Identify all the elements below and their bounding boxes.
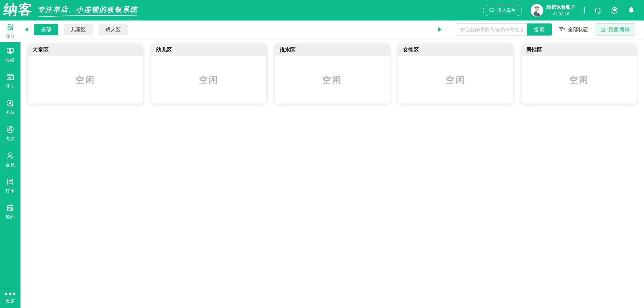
more-dots-icon [5,293,15,295]
cashier-icon [6,47,15,56]
sidebar-nav: 开台 收银 VIP 开卡 充值 [0,20,20,308]
tabs-scroll-left-arrow[interactable] [25,27,28,32]
recharge-icon [6,99,15,108]
sidebar-item-label: 订单 [6,188,15,194]
room-card-body: 空闲 [28,56,143,104]
room-title: 男性区 [522,44,637,56]
user-avatar-icon[interactable] [531,4,543,17]
room-title: 幼儿区 [151,44,266,56]
room-card[interactable]: 浅水区 空闲 [275,44,390,104]
customer-service-icon[interactable] [594,6,602,14]
tab-adult-area[interactable]: 成人区 [99,24,128,35]
sidebar-item-member[interactable]: 会员 [0,146,20,173]
app-tagline: 专注单店、小连锁的收银系统 [38,6,138,13]
sidebar-item-orders[interactable]: 订单 [0,173,20,199]
room-title: 浅水区 [275,44,390,56]
recharge-times-icon [6,125,15,134]
vip-card-icon: VIP [6,73,15,82]
status-filter-dropdown[interactable]: 全部状态 [558,26,588,33]
sidebar-item-vip-card[interactable]: VIP 开卡 [0,68,20,94]
room-card[interactable]: 大童区 空闲 [28,44,143,104]
orders-icon [6,177,15,186]
app-version: v1.32.16 [546,11,576,16]
enter-backend-button[interactable]: 进入后台 [483,5,522,16]
brand: 纳客 专注单店、小连锁的收银系统 [3,3,138,18]
tab-label: 全部 [41,26,51,33]
room-status: 空闲 [446,74,466,86]
member-icon [6,151,15,160]
reservation-icon [6,203,15,212]
page-edit-label: 页面编辑 [608,26,630,33]
header-right: 进入后台 场馆体验账户 v1.32.16 [483,4,635,17]
room-card-body: 空闲 [398,56,513,104]
room-title: 女性区 [398,44,513,56]
room-status: 空闲 [76,74,95,86]
sidebar-item-label: 充值 [6,110,15,116]
tab-all[interactable]: 全部 [34,24,58,35]
sidebar-item-open-table[interactable]: 开台 [0,20,20,42]
sidebar-item-cashier[interactable]: 收银 [0,42,20,68]
tagline-underline-swoosh [38,14,138,17]
toolbar-right: 搜索 全部状态 页面编辑 [447,20,635,39]
sidebar-item-label: 收银 [6,57,15,63]
account-name: 场馆体验账户 [546,4,576,10]
header-divider [584,7,585,13]
open-table-icon [6,23,15,32]
sidebar-item-reservation[interactable]: 预约 [0,199,20,225]
room-card[interactable]: 男性区 空闲 [522,44,637,104]
room-card-body: 空闲 [522,56,637,104]
search-input[interactable] [456,23,527,36]
monitor-icon [489,8,494,13]
app-logo: 纳客 [3,3,34,18]
room-card-body: 空闲 [275,56,390,104]
area-tabs: 全部 儿童区 成人区 [34,24,438,35]
sidebar-item-label: 预约 [6,214,15,220]
sidebar-item-label: 开卡 [6,83,15,89]
main-area: 全部 儿童区 成人区 搜索 全部状态 [20,20,644,308]
room-card-grid: 大童区 空闲 幼儿区 空闲 浅水区 空闲 女性区 空闲 [20,39,644,104]
tab-children-area[interactable]: 儿童区 [64,24,93,35]
sidebar-more-label: 更多 [6,298,15,304]
sidebar-item-label: 开台 [6,34,15,40]
status-filter-label: 全部状态 [568,26,588,33]
room-title: 大童区 [28,44,143,56]
toolbar: 全部 儿童区 成人区 搜索 全部状态 [20,20,644,39]
tabs-scroll-right-arrow[interactable] [438,27,441,32]
room-status: 空闲 [570,74,589,86]
room-status: 空闲 [323,74,342,86]
room-status: 空闲 [199,74,219,86]
account-text: 场馆体验账户 v1.32.16 [546,4,576,16]
tab-label: 儿童区 [71,26,86,33]
page-edit-button[interactable]: 页面编辑 [595,23,635,36]
enter-backend-label: 进入后台 [497,7,516,13]
room-card[interactable]: 女性区 空闲 [398,44,513,104]
room-card-body: 空闲 [151,56,266,104]
edit-square-icon [600,27,606,33]
sidebar-item-recharge[interactable]: 充值 [0,94,20,120]
tab-label: 成人区 [106,26,121,33]
sidebar-item-label: 会员 [6,162,15,168]
account-info: 场馆体验账户 v1.32.16 [531,4,576,17]
search-box: 搜索 [456,23,552,36]
svg-text:VIP: VIP [8,76,12,79]
tagline-wrap: 专注单店、小连锁的收银系统 [38,5,138,18]
app-body: 开台 收银 VIP 开卡 充值 [0,20,644,308]
sidebar-item-label: 充次 [6,136,15,142]
filter-funnel-icon [558,26,565,33]
bell-icon[interactable] [627,6,635,14]
search-button[interactable]: 搜索 [527,23,552,36]
sidebar-item-recharge-times[interactable]: 充次 [0,120,20,146]
top-header: 纳客 专注单店、小连锁的收银系统 进入后台 场馆体验账户 [0,0,644,20]
sidebar-more-button[interactable]: 更多 [0,288,20,308]
cloud-sync-icon[interactable] [610,6,619,14]
room-card[interactable]: 幼儿区 空闲 [151,44,266,104]
